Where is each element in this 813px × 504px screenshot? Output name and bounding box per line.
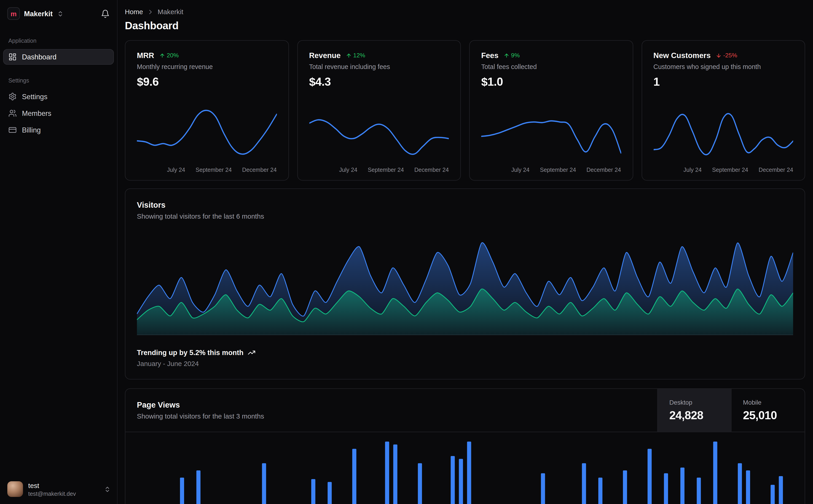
sidebar-item-label: Billing <box>22 126 41 134</box>
breadcrumb: Home Makerkit <box>125 8 805 16</box>
notifications-button[interactable] <box>101 9 110 18</box>
credit-card-icon <box>8 126 17 134</box>
fees-sparkline-chart <box>481 103 621 162</box>
stat-title: New Customers <box>654 51 711 60</box>
sidebar-item-dashboard[interactable]: Dashboard <box>3 49 114 65</box>
arrow-up-icon <box>346 53 352 58</box>
breadcrumb-home-link[interactable]: Home <box>125 8 143 16</box>
desktop-toggle[interactable]: Desktop 24,828 <box>657 389 731 432</box>
visitors-trend-note: Trending up by 5.2% this month <box>137 349 793 356</box>
users-icon <box>8 109 17 118</box>
stat-cards-row: MRR 20% Monthly recurring revenue $9.6 J… <box>125 40 805 181</box>
stat-title: MRR <box>137 51 154 60</box>
visitors-period: January - June 2024 <box>137 360 793 367</box>
dashboard-icon <box>8 53 17 61</box>
stat-value: $9.6 <box>137 75 277 89</box>
stat-title: Revenue <box>309 51 341 60</box>
makerkit-logo: m <box>7 7 20 20</box>
stat-value: $4.3 <box>309 75 449 89</box>
page-views-header: Page Views Showing total visitors for th… <box>125 389 805 432</box>
visitors-card: Visitors Showing total visitors for the … <box>125 188 805 379</box>
team-switcher[interactable]: m Makerkit <box>7 7 64 20</box>
sidebar-item-settings[interactable]: Settings <box>3 89 114 104</box>
arrow-up-icon <box>159 53 165 58</box>
visitors-area-chart <box>137 235 793 335</box>
user-meta: test test@makerkit.dev <box>28 482 76 497</box>
page-views-subtitle: Showing total visitors for the last 3 mo… <box>137 412 646 420</box>
trend-badge: -25% <box>716 52 737 58</box>
section-label-settings: Settings <box>0 77 117 88</box>
desktop-value: 24,828 <box>669 409 720 422</box>
trend-badge: 20% <box>159 52 179 58</box>
chevrons-up-down-icon <box>57 10 64 17</box>
page-views-title: Page Views <box>137 400 646 409</box>
stat-value: 1 <box>654 75 793 89</box>
sidebar-item-members[interactable]: Members <box>3 106 114 121</box>
user-name: test <box>28 482 76 489</box>
trending-up-icon <box>248 349 256 356</box>
breadcrumb-current[interactable]: Makerkit <box>157 8 183 16</box>
bell-icon <box>101 9 110 18</box>
arrow-up-icon <box>504 53 509 58</box>
x-axis-labels: July 24 September 24 December 24 <box>137 167 277 173</box>
trend-badge: 12% <box>346 52 365 58</box>
page-views-toggles: Desktop 24,828 Mobile 25,010 <box>657 389 805 432</box>
user-avatar <box>7 481 23 497</box>
user-menu[interactable]: test test@makerkit.dev <box>0 476 117 504</box>
chevrons-up-down-icon <box>104 486 111 493</box>
visitors-title: Visitors <box>137 200 793 209</box>
nav-section-application: Application Dashboard <box>0 37 117 66</box>
app-root: m Makerkit Application Dashboard Setting… <box>0 0 813 504</box>
page-title: Dashboard <box>125 20 805 32</box>
mobile-value: 25,010 <box>743 409 793 422</box>
sidebar-header: m Makerkit <box>0 0 117 25</box>
logo-letter: m <box>11 10 16 17</box>
x-axis-labels: July 24 September 24 December 24 <box>309 167 449 173</box>
trend-badge: 9% <box>504 52 520 58</box>
sidebar-item-label: Dashboard <box>22 53 56 61</box>
main-content: Home Makerkit Dashboard MRR 20% Monthly … <box>117 0 813 504</box>
gear-icon <box>8 92 17 101</box>
sidebar-item-billing[interactable]: Billing <box>3 122 114 138</box>
stat-title: Fees <box>481 51 498 60</box>
visitors-subtitle: Showing total visitors for the last 6 mo… <box>137 212 793 220</box>
section-label-application: Application <box>0 37 117 48</box>
stat-card-new-customers: New Customers -25% Customers who signed … <box>641 40 805 181</box>
stat-card-fees: Fees 9% Total fees collected $1.0 July 2… <box>469 40 633 181</box>
team-name: Makerkit <box>24 10 53 17</box>
stat-card-revenue: Revenue 12% Total revenue including fees… <box>297 40 461 181</box>
sidebar-item-label: Settings <box>22 93 47 101</box>
stat-subtitle: Total fees collected <box>481 63 621 70</box>
mobile-label: Mobile <box>743 398 793 406</box>
x-axis-labels: July 24 September 24 December 24 <box>654 167 793 173</box>
sidebar: m Makerkit Application Dashboard Setting… <box>0 0 117 504</box>
stat-subtitle: Customers who signed up this month <box>654 63 793 70</box>
sidebar-item-label: Members <box>22 109 51 117</box>
stat-value: $1.0 <box>481 75 621 89</box>
page-views-bar-chart <box>137 440 793 504</box>
mrr-sparkline-chart <box>137 103 277 162</box>
mobile-toggle[interactable]: Mobile 25,010 <box>731 389 805 432</box>
new-customers-sparkline-chart <box>654 103 793 162</box>
revenue-sparkline-chart <box>309 103 449 162</box>
stat-card-mrr: MRR 20% Monthly recurring revenue $9.6 J… <box>125 40 289 181</box>
nav-section-settings: Settings Settings Members Billing <box>0 77 117 139</box>
chevron-right-icon <box>146 8 154 15</box>
stat-subtitle: Total revenue including fees <box>309 63 449 70</box>
user-email: test@makerkit.dev <box>28 490 76 496</box>
x-axis-labels: July 24 September 24 December 24 <box>481 167 621 173</box>
stat-subtitle: Monthly recurring revenue <box>137 63 277 70</box>
page-views-card: Page Views Showing total visitors for th… <box>125 388 805 504</box>
arrow-down-icon <box>716 53 722 58</box>
desktop-label: Desktop <box>669 398 720 406</box>
